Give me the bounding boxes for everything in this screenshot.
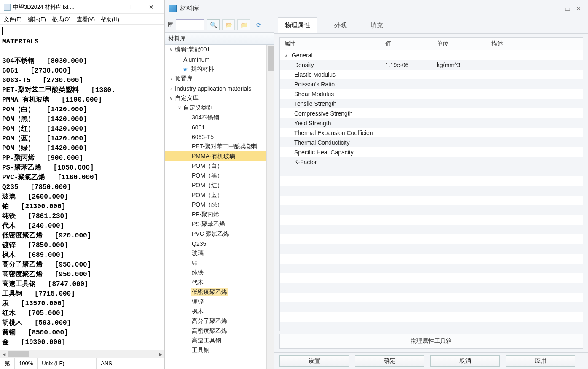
property-row[interactable]: Shear Modulus [280, 89, 583, 99]
tree-item[interactable]: PVC-聚氯乙烯 [165, 229, 266, 239]
tree-item[interactable]: 玻璃 [165, 248, 266, 258]
notepad-titlebar[interactable]: 中望3D2024 材料库.txt ... — ☐ ✕ [0, 0, 164, 14]
prop-value[interactable]: 1.19e-06 [381, 62, 432, 68]
scroll-track[interactable] [8, 350, 157, 358]
close-button[interactable]: ✕ [142, 1, 161, 13]
physics-toolbox-button[interactable]: 物理属性工具箱 [279, 334, 583, 349]
scroll-right-icon[interactable]: ► [157, 350, 164, 358]
dialog-buttons: 设置 确定 取消 应用 [274, 352, 588, 369]
tab-1[interactable]: 外观 [328, 17, 354, 33]
group-twisty-icon[interactable]: ∨ [284, 53, 290, 59]
notepad-hscrollbar[interactable]: ◄ ► [0, 350, 164, 358]
tab-0[interactable]: 物理属性 [278, 17, 317, 33]
tree-item[interactable]: ›预置库 [165, 74, 266, 83]
open-folder-button[interactable]: 📂 [222, 19, 235, 30]
tree-item[interactable]: POM（白） [165, 161, 266, 171]
property-row[interactable]: K-Factor [280, 157, 583, 167]
tree-item-label: 高密度聚乙烯 [191, 327, 228, 335]
tree-twisty-icon[interactable]: › [168, 86, 174, 91]
matlib-titlebar[interactable]: 材料库 ▭ ✕ [165, 0, 588, 17]
material-tree[interactable]: ∨编辑:装配001Aluminum★我的材料›预置库›Industry appl… [165, 45, 266, 369]
tree-item[interactable]: PET-聚对苯二甲酸类塑料 [165, 142, 266, 151]
tree-item-label: PET-聚对苯二甲酸类塑料 [191, 143, 259, 151]
tree-item[interactable]: PS-聚苯乙烯 [165, 219, 266, 229]
tree-item[interactable]: ∨编辑:装配001 [165, 45, 266, 54]
search-button[interactable]: 🔍 [207, 19, 220, 30]
tree-item[interactable]: POM（红） [165, 180, 266, 190]
property-table: 属性 值 单位 描述 ∨ GeneralDensity1.19e-06kg/mm… [279, 37, 583, 331]
tree-item-label: PVC-聚氯乙烯 [191, 230, 230, 238]
tree-item[interactable]: POM（黑） [165, 171, 266, 180]
tree-item[interactable]: 6061 [165, 122, 266, 132]
tree-item[interactable]: 高速工具钢 [165, 336, 266, 345]
tree-vscrollbar[interactable] [266, 45, 274, 369]
tree-item[interactable]: Aluminum [165, 54, 266, 64]
maximize-button[interactable]: ☐ [122, 1, 142, 13]
tree-scroll-thumb[interactable] [268, 46, 274, 71]
scroll-thumb[interactable] [8, 351, 29, 357]
tree-item[interactable]: ›Industry application materials [165, 83, 266, 93]
property-row[interactable]: Specific Heat Capacity [280, 147, 583, 157]
tree-item[interactable]: 铂 [165, 258, 266, 268]
tree-item[interactable]: 高分子聚乙烯 [165, 316, 266, 326]
property-group-row[interactable]: ∨ General [280, 50, 583, 60]
tree-item[interactable]: POM（绿） [165, 200, 266, 210]
menu-item[interactable]: 查看(V) [77, 16, 95, 23]
tree-item-label: 玻璃 [191, 250, 204, 257]
menu-item[interactable]: 格式(O) [52, 16, 71, 23]
tree-item[interactable]: 纯铁 [165, 268, 266, 277]
tree-item[interactable]: POM（蓝） [165, 190, 266, 200]
cancel-button[interactable]: 取消 [430, 355, 500, 367]
col-header-attr[interactable]: 属性 [280, 38, 381, 50]
tree-twisty-icon[interactable]: ∨ [168, 47, 174, 52]
lib-search-input[interactable] [176, 19, 204, 30]
matlib-close-button[interactable]: ✕ [573, 3, 584, 14]
col-header-desc[interactable]: 描述 [487, 38, 583, 50]
minimize-button[interactable]: — [103, 1, 122, 13]
ok-button[interactable]: 确定 [355, 355, 424, 367]
col-header-value[interactable]: 值 [381, 38, 432, 50]
refresh-button[interactable]: ⟳ [252, 19, 265, 30]
notepad-text-area[interactable]: MATERIALS 304不锈钢 [8030.000] 6061 [2730.0… [0, 25, 164, 350]
tree-item[interactable]: ★我的材料 [165, 64, 266, 74]
property-row[interactable]: Tensile Strength [280, 99, 583, 108]
tree-twisty-icon[interactable]: › [168, 76, 174, 81]
property-row[interactable]: Density1.19e-06kg/mm^3 [280, 60, 583, 70]
tree-item[interactable]: 低密度聚乙烯 [165, 287, 266, 297]
property-row[interactable]: Yield Strength [280, 118, 583, 128]
new-folder-button[interactable]: 📁 [237, 19, 250, 30]
matlib-maximize-button[interactable]: ▭ [562, 3, 573, 14]
tree-item[interactable]: Q235 [165, 239, 266, 248]
scroll-left-icon[interactable]: ◄ [0, 350, 8, 358]
tree-item[interactable]: 代木 [165, 277, 266, 287]
search-icon: 🔍 [210, 22, 217, 28]
menu-item[interactable]: 帮助(H) [101, 16, 119, 23]
col-header-unit[interactable]: 单位 [432, 38, 487, 50]
tree-item[interactable]: PP-聚丙烯 [165, 210, 266, 219]
property-row[interactable]: Elastic Modulus [280, 70, 583, 79]
apply-button[interactable]: 应用 [506, 355, 575, 367]
tree-item[interactable]: ∨自定义库 [165, 93, 266, 103]
tree-item[interactable]: 高密度聚乙烯 [165, 326, 266, 336]
tree-item[interactable]: 6063-T5 [165, 132, 266, 142]
menu-item[interactable]: 编辑(E) [28, 16, 46, 23]
property-row[interactable]: Poisson's Ratio [280, 79, 583, 89]
tree-item[interactable]: 304不锈钢 [165, 113, 266, 122]
property-row[interactable]: Compressive Strength [280, 108, 583, 118]
tree-twisty-icon[interactable]: ∨ [177, 105, 183, 110]
tree-twisty-icon[interactable]: ∨ [168, 95, 174, 101]
tree-item[interactable]: PMMA-有机玻璃 [165, 151, 266, 161]
tree-item[interactable]: 工具钢 [165, 345, 266, 355]
empty-row [280, 244, 583, 254]
menu-item[interactable]: 文件(F) [4, 16, 22, 23]
property-row[interactable]: Thermal Conducticity [280, 137, 583, 147]
tree-item[interactable]: 枫木 [165, 307, 266, 316]
tree-item[interactable]: ∨自定义类别 [165, 103, 266, 113]
tree-item[interactable]: 镀锌 [165, 297, 266, 307]
property-row[interactable]: Thermal Expansion Coefficien [280, 128, 583, 137]
tree-item-label: 工具钢 [191, 347, 210, 354]
settings-button[interactable]: 设置 [279, 355, 349, 367]
tab-2[interactable]: 填充 [364, 17, 390, 33]
tree-item-label: 枫木 [191, 308, 204, 315]
empty-row [280, 215, 583, 225]
